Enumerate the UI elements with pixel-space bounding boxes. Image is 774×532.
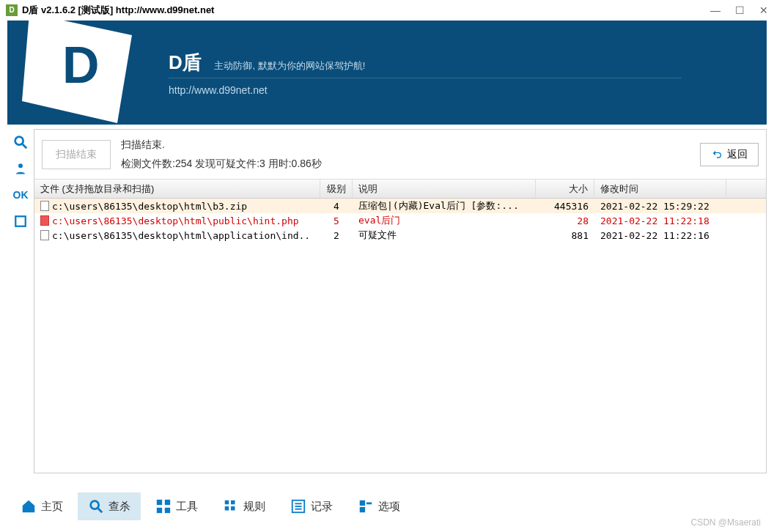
table-row[interactable]: c:\users\86135\desktop\html\application\… — [34, 228, 766, 243]
table-row[interactable]: c:\users\86135\desktop\html\public\hint.… — [34, 213, 766, 228]
status-line1: 扫描结束. — [121, 136, 690, 154]
search-icon — [88, 498, 104, 514]
square-icon[interactable] — [12, 213, 29, 230]
nav-label: 主页 — [41, 500, 63, 514]
cell-desc: eval后门 — [353, 213, 536, 228]
svg-rect-11 — [165, 508, 170, 513]
banner: D D盾 主动防御, 默默为你的网站保驾护航! http://www.d99ne… — [7, 21, 767, 125]
scan-summary: 扫描结束 扫描结束. 检测文件数:254 发现可疑文件:3 用时:0.86秒 返… — [34, 130, 766, 180]
nav-rules[interactable]: 规则 — [213, 492, 276, 520]
col-desc[interactable]: 说明 — [353, 180, 536, 198]
brand-block: D盾 主动防御, 默默为你的网站保驾护航! — [169, 50, 365, 75]
svg-rect-20 — [360, 500, 365, 506]
table-body: c:\users\86135\desktop\html\b3.zip 4 压缩包… — [34, 199, 766, 473]
maximize-button[interactable]: ☐ — [735, 4, 745, 16]
nav-log[interactable]: 记录 — [280, 492, 343, 520]
svg-rect-15 — [231, 506, 235, 511]
cell-file: c:\users\86135\desktop\html\application\… — [52, 230, 310, 241]
cell-level: 2 — [320, 228, 353, 243]
svg-text:D: D — [62, 37, 100, 94]
svg-rect-12 — [225, 500, 229, 505]
svg-rect-14 — [225, 506, 229, 511]
tools-icon — [155, 498, 172, 514]
cell-level: 5 — [320, 213, 353, 228]
scan-finished-button[interactable]: 扫描结束 — [42, 140, 111, 169]
col-file[interactable]: 文件 (支持拖放目录和扫描) — [34, 180, 320, 198]
nav-label: 工具 — [176, 500, 198, 514]
nav-label: 选项 — [378, 500, 400, 514]
status-line2: 检测文件数:254 发现可疑文件:3 用时:0.86秒 — [121, 155, 690, 173]
grid-icon — [223, 498, 239, 514]
home-icon — [21, 498, 37, 514]
titlebar: D D盾 v2.1.6.2 [测试版] http://www.d99net.ne… — [0, 0, 774, 21]
back-label: 返回 — [727, 148, 748, 161]
app-icon: D — [6, 4, 18, 16]
bottom-nav: 主页 查杀 工具 规则 记录 选项 — [7, 489, 767, 523]
nav-scan[interactable]: 查杀 — [78, 492, 141, 520]
back-button[interactable]: 返回 — [700, 143, 759, 166]
main-panel: 扫描结束 扫描结束. 检测文件数:254 发现可疑文件:3 用时:0.86秒 返… — [34, 129, 767, 473]
svg-rect-10 — [157, 508, 162, 513]
col-size[interactable]: 大小 — [536, 180, 594, 198]
file-icon — [40, 201, 49, 211]
svg-point-4 — [18, 163, 23, 168]
cell-size: 28 — [536, 213, 594, 228]
nav-options[interactable]: 选项 — [347, 492, 410, 520]
cell-size: 445316 — [536, 199, 594, 213]
svg-point-2 — [15, 137, 23, 145]
nav-tools[interactable]: 工具 — [145, 492, 208, 520]
file-icon — [40, 230, 49, 240]
close-button[interactable]: ✕ — [759, 4, 768, 16]
svg-point-6 — [91, 501, 99, 509]
col-level[interactable]: 级别 — [320, 180, 353, 198]
cell-desc: 压缩包|(内藏)Eval后门 [参数:... — [353, 199, 536, 213]
svg-rect-5 — [15, 216, 26, 226]
svg-rect-22 — [360, 507, 365, 512]
col-time[interactable]: 修改时间 — [594, 180, 726, 198]
brand-slogan: 主动防御, 默默为你的网站保驾护航! — [214, 60, 365, 71]
nav-label: 规则 — [243, 500, 265, 514]
svg-rect-21 — [366, 503, 372, 505]
status-text: 扫描结束. 检测文件数:254 发现可疑文件:3 用时:0.86秒 — [121, 136, 690, 172]
minimize-button[interactable]: — — [710, 4, 720, 16]
nav-home[interactable]: 主页 — [10, 492, 73, 520]
svg-rect-8 — [157, 500, 162, 505]
table-row[interactable]: c:\users\86135\desktop\html\b3.zip 4 压缩包… — [34, 199, 766, 213]
cell-level: 4 — [320, 199, 353, 213]
cell-time: 2021-02-22 11:22:18 — [594, 213, 726, 228]
window-title: D盾 v2.1.6.2 [测试版] http://www.d99net.net — [22, 4, 214, 17]
list-icon — [290, 498, 306, 514]
svg-line-7 — [98, 509, 103, 513]
cell-file: c:\users\86135\desktop\html\public\hint.… — [52, 215, 299, 226]
nav-label: 查杀 — [108, 500, 130, 514]
svg-rect-9 — [165, 500, 170, 505]
svg-line-3 — [23, 144, 27, 149]
side-toolbar: OK — [7, 129, 34, 473]
cell-time: 2021-02-22 15:29:22 — [594, 199, 726, 213]
ok-icon[interactable]: OK — [12, 186, 29, 204]
nav-label: 记录 — [311, 500, 333, 514]
watermark: CSDN @Msaerati — [690, 517, 761, 528]
table-header: 文件 (支持拖放目录和扫描) 级别 说明 大小 修改时间 — [34, 180, 766, 199]
options-icon — [358, 498, 374, 514]
cell-file: c:\users\86135\desktop\html\b3.zip — [52, 201, 247, 212]
brand-url: http://www.d99net.net — [169, 78, 682, 96]
undo-icon — [711, 149, 723, 160]
file-icon — [40, 215, 49, 226]
cell-time: 2021-02-22 11:22:16 — [594, 228, 726, 243]
brand-name: D盾 — [169, 50, 202, 75]
person-icon[interactable] — [12, 160, 29, 177]
logo-icon: D — [22, 21, 139, 125]
cell-size: 881 — [536, 228, 594, 243]
window-controls: — ☐ ✕ — [710, 4, 768, 16]
cell-desc: 可疑文件 — [353, 228, 536, 243]
search-icon[interactable] — [12, 133, 29, 151]
svg-rect-13 — [231, 500, 235, 505]
